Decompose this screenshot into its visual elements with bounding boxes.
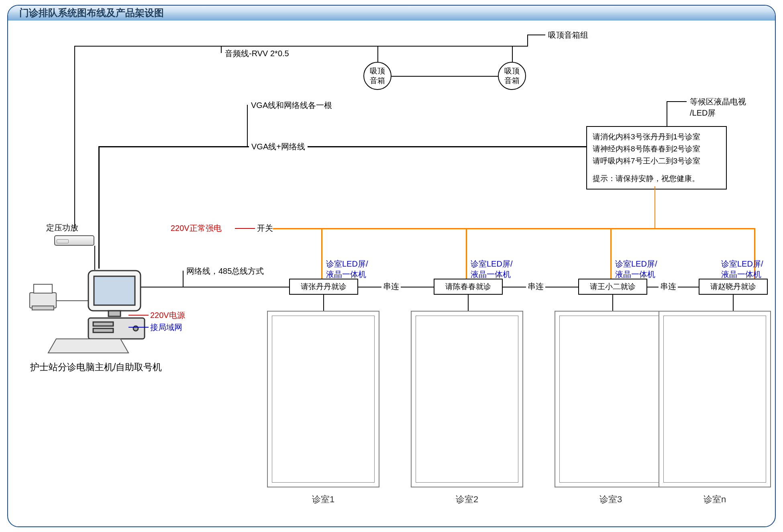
amplifier-label: 定压功放 bbox=[46, 222, 78, 233]
led-room-link-2 bbox=[468, 295, 469, 311]
led-unit-label-3: 诊室LED屏/ 液晶一体机 bbox=[615, 259, 657, 279]
pc-lan-label: 接局域网 bbox=[150, 322, 182, 333]
room-led-1: 请张丹丹就诊 bbox=[289, 279, 358, 295]
power-bus bbox=[273, 228, 755, 229]
room-label-4: 诊室n bbox=[659, 493, 771, 506]
pc-power-leg bbox=[128, 315, 149, 316]
power-label: 220V正常强电 bbox=[171, 223, 222, 234]
power-red-seg bbox=[235, 228, 255, 229]
title-bar: 门诊排队系统图布线及产品架设图 bbox=[8, 6, 775, 20]
ceiling-speaker-2: 吸顶 音箱 bbox=[498, 62, 526, 90]
room-3 bbox=[555, 311, 667, 487]
page-title: 门诊排队系统图布线及产品架设图 bbox=[19, 6, 164, 19]
speaker-drop-2 bbox=[512, 46, 513, 62]
switch-label: 开关 bbox=[257, 223, 273, 234]
serial-label-2: 串连 bbox=[526, 281, 545, 292]
net485-label: 网络线，485总线方式 bbox=[186, 266, 264, 277]
speaker-group-label: 吸顶音箱组 bbox=[548, 30, 588, 41]
led-room-link-1 bbox=[323, 295, 324, 311]
vga-each-leader bbox=[247, 105, 248, 146]
vga-plus-net-label: VGA线+网络线 bbox=[249, 141, 308, 152]
vga-wire-vertical bbox=[98, 146, 100, 269]
tv-title-leader-v bbox=[667, 101, 667, 126]
power-drop-2 bbox=[466, 228, 467, 279]
pc-power-label: 220V电源 bbox=[150, 310, 185, 321]
svg-rect-8 bbox=[93, 322, 113, 326]
tv-tip: 提示：请保持安静，祝您健康。 bbox=[593, 173, 720, 185]
speaker-link bbox=[392, 76, 498, 77]
led-unit-label-1: 诊室LED屏/ 液晶一体机 bbox=[326, 259, 368, 279]
tv-title-leader-h bbox=[667, 101, 687, 102]
svg-rect-9 bbox=[93, 328, 113, 332]
pc-lan-leg bbox=[128, 327, 149, 328]
nurse-station-label: 护士站分诊电脑主机/自助取号机 bbox=[30, 361, 162, 373]
audio-wire-vertical bbox=[74, 46, 75, 228]
svg-rect-2 bbox=[32, 306, 54, 310]
audio-label-leader bbox=[221, 46, 222, 53]
tv-title-label: 等候区液晶电视 /LED屏 bbox=[690, 96, 746, 118]
led-unit-label-2: 诊室LED屏/ 液晶一体机 bbox=[471, 259, 512, 279]
speaker-group-leader-v bbox=[527, 35, 528, 46]
room-n bbox=[659, 311, 771, 487]
room-label-2: 诊室2 bbox=[411, 493, 523, 506]
room-label-3: 诊室3 bbox=[555, 493, 667, 506]
svg-rect-6 bbox=[108, 311, 120, 316]
svg-rect-5 bbox=[94, 276, 135, 305]
net485-leader bbox=[183, 271, 184, 287]
speaker-drop-1 bbox=[377, 46, 378, 62]
power-drop-3 bbox=[610, 228, 612, 279]
audio-cable-label: 音频线-RVV 2*0.5 bbox=[225, 48, 289, 59]
room-led-3: 请王小二就诊 bbox=[578, 279, 647, 295]
workstation-icon bbox=[28, 259, 181, 355]
serial-label-1: 串连 bbox=[381, 281, 401, 292]
tv-msg-2: 请神经内科8号陈春春到2号诊室 bbox=[593, 143, 720, 155]
room-2 bbox=[411, 311, 523, 487]
audio-wire-horizontal bbox=[74, 46, 528, 47]
diagram-frame: 门诊排队系统图布线及产品架设图 音频线-RVV 2*0.5 吸顶音箱组 吸顶 音… bbox=[7, 5, 776, 527]
speaker-group-leader-h bbox=[527, 35, 545, 35]
led-room-link-4 bbox=[733, 295, 734, 311]
waiting-tv-screen: 请消化内科3号张丹丹到1号诊室 请神经内科8号陈春春到2号诊室 请呼吸内科7号王… bbox=[586, 126, 727, 190]
amplifier-icon bbox=[54, 235, 94, 246]
power-drop-1 bbox=[321, 228, 322, 279]
tv-to-power-bus bbox=[655, 186, 655, 228]
tv-msg-3: 请呼吸内科7号王小二到3号诊室 bbox=[593, 155, 720, 167]
room-1 bbox=[267, 311, 379, 487]
ceiling-speaker-1: 吸顶 音箱 bbox=[363, 62, 392, 90]
tv-msg-1: 请消化内科3号张丹丹到1号诊室 bbox=[593, 131, 720, 143]
svg-marker-11 bbox=[48, 339, 128, 353]
vga-each-label: VGA线和网络线各一根 bbox=[251, 100, 332, 111]
room-led-4: 请赵晓丹就诊 bbox=[699, 279, 768, 295]
room-led-2: 请陈春春就诊 bbox=[434, 279, 503, 295]
led-unit-label-4: 诊室LED屏/ 液晶一体机 bbox=[721, 259, 763, 279]
svg-rect-1 bbox=[34, 284, 52, 293]
vga-wire-horizontal bbox=[98, 146, 644, 147]
serial-label-3: 串连 bbox=[659, 281, 678, 292]
room-label-1: 诊室1 bbox=[267, 493, 379, 506]
led-room-link-3 bbox=[612, 295, 613, 311]
